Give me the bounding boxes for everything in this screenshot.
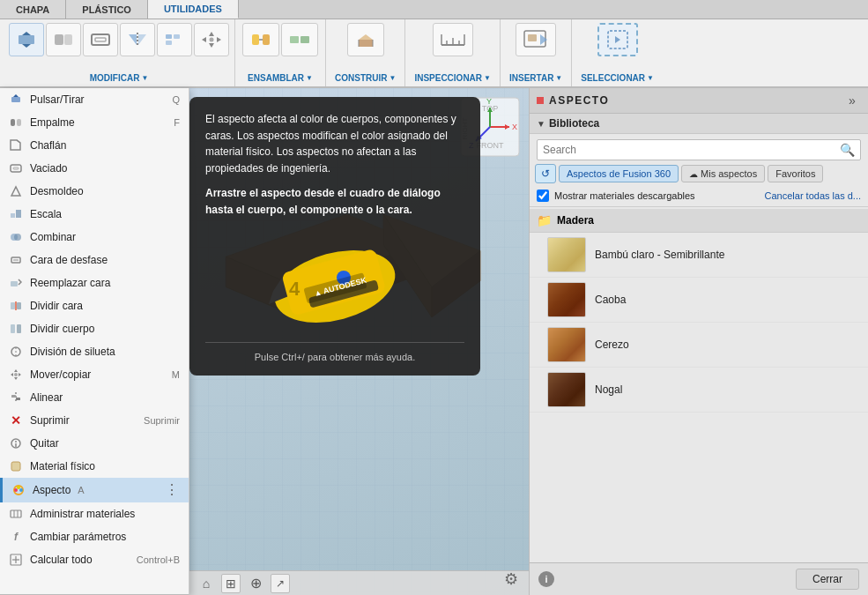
btn-push-pull[interactable] [9, 23, 44, 56]
toolbar-group-construir: CONSTRUIR ▼ [326, 19, 405, 86]
tab-fusion-360[interactable]: Aspectos de Fusion 360 [559, 165, 679, 182]
btn-fillet[interactable] [46, 23, 81, 56]
menu-item-suprimir[interactable]: ✕ Suprimir Suprimir [0, 409, 189, 432]
category-madera[interactable]: 📁 Madera [530, 209, 868, 233]
svg-marker-13 [209, 32, 214, 36]
cancel-link[interactable]: Cancelar todas las d... [765, 190, 861, 201]
library-section-header[interactable]: ▼ Biblioteca [530, 114, 868, 134]
btn-joint[interactable] [242, 23, 279, 56]
toolbar-label-construir[interactable]: CONSTRUIR ▼ [335, 73, 396, 83]
btn-measure[interactable] [433, 23, 473, 56]
category-name-madera: Madera [557, 214, 594, 227]
toolbar-label-ensamblar[interactable]: ENSAMBLAR ▼ [248, 73, 313, 83]
quit-icon [9, 436, 23, 450]
menu-item-division-silueta[interactable]: División de silueta [0, 340, 189, 363]
menu-item-vaciado[interactable]: Vaciado [0, 157, 189, 180]
tab-mis-aspectos[interactable]: ☁ Mis aspectos [681, 165, 765, 182]
svg-rect-44 [11, 165, 21, 172]
show-downloadable-checkbox[interactable] [537, 190, 549, 202]
tooltip-description: El aspecto afecta al color de cuerpos, c… [205, 111, 464, 176]
material-name-nogal: Nogal [595, 383, 622, 396]
align-icon [9, 390, 23, 405]
menu-item-empalme[interactable]: Empalme F [0, 111, 189, 134]
search-icon[interactable]: 🔍 [840, 143, 855, 157]
svg-marker-39 [13, 94, 19, 97]
panel-expand-btn[interactable]: » [843, 92, 861, 109]
split-face-icon [9, 299, 23, 313]
svg-rect-55 [17, 302, 21, 309]
chamfer-icon [9, 138, 23, 152]
menu-item-cambiar-parametros[interactable]: f Cambiar parámetros [0, 525, 189, 548]
toolbar-label-modificar[interactable]: MODIFICAR ▼ [90, 73, 149, 83]
menu-item-chaflan[interactable]: Chaflán [0, 134, 189, 157]
panel-close-dot [537, 97, 544, 104]
menu-item-pulsar[interactable]: Pulsar/Tirar Q [0, 88, 189, 111]
menu-item-aspecto[interactable]: Aspecto A ⋮ [0, 478, 189, 502]
arrows-btn[interactable]: ⊕ [246, 574, 265, 593]
svg-marker-64 [19, 373, 21, 376]
tooltip-hint-bar: Pulse Ctrl+/ para obtener más ayuda. [205, 342, 464, 365]
close-btn[interactable]: Cerrar [796, 569, 859, 590]
toolbar-label-inspeccionar[interactable]: INSPECCIONAR ▼ [414, 73, 491, 83]
tab-utilidades[interactable]: UTILIDADES [148, 0, 239, 19]
panel-footer: i Cerrar [530, 562, 868, 595]
svg-text:X: X [512, 123, 517, 131]
canvas-gear-icon[interactable]: ⚙ [501, 569, 522, 590]
tab-favoritos[interactable]: Favoritos [768, 165, 823, 182]
btn-mirror[interactable] [120, 23, 155, 56]
view-btn[interactable]: ⊞ [221, 574, 241, 593]
svg-rect-54 [11, 302, 15, 309]
btn-pattern[interactable] [157, 23, 192, 56]
menu-item-administrar-materiales[interactable]: Administrar materiales [0, 502, 189, 525]
menu-item-combinar[interactable]: Combinar [0, 226, 189, 249]
toolbar-label-seleccionar[interactable]: SELECCIONAR ▼ [581, 73, 654, 83]
btn-shell[interactable] [83, 23, 118, 56]
refresh-tab[interactable]: ↺ [535, 164, 556, 183]
btn-extrude[interactable] [347, 23, 384, 56]
material-item-nogal[interactable]: Nogal [530, 368, 868, 413]
expand-btn[interactable]: ↗ [271, 574, 290, 593]
silhouette-icon [9, 345, 23, 359]
home-btn[interactable]: ⌂ [197, 574, 216, 593]
material-item-caoba[interactable]: Caoba [530, 278, 868, 323]
menu-item-escala[interactable]: Escala [0, 203, 189, 226]
btn-move[interactable] [194, 23, 229, 56]
aspecto-more-btn[interactable]: ⋮ [164, 482, 180, 498]
canvas-area: TOP FRONT RIGHT X Y Z El aspecto afecta … [189, 88, 529, 595]
menu-item-reemplazar-cara[interactable]: Reemplazar cara [0, 271, 189, 294]
material-item-cerezo[interactable]: Cerezo [530, 323, 868, 368]
material-thumb-caoba [547, 282, 586, 317]
menu-item-cara-desfase[interactable]: Cara de desfase [0, 249, 189, 271]
svg-rect-58 [17, 324, 21, 333]
menu-item-alinear[interactable]: Alinear [0, 386, 189, 409]
menu-item-dividir-cara[interactable]: Dividir cara [0, 294, 189, 317]
info-btn[interactable]: i [538, 571, 554, 587]
folder-icon: 📁 [537, 213, 552, 227]
svg-point-70 [15, 441, 17, 443]
svg-marker-14 [209, 43, 214, 48]
menu-item-mover-copiar[interactable]: Mover/copiar M [0, 363, 189, 386]
material-item-bambu[interactable]: Bambú claro - Semibrillante [530, 233, 868, 278]
menu-item-quitar[interactable]: Quitar [0, 432, 189, 455]
menu-item-calcular-todo[interactable]: Calcular todo Control+B [0, 548, 189, 571]
tab-plastico[interactable]: PLÁSTICO [66, 0, 148, 19]
menu-item-desmoldeo[interactable]: Desmoldeo [0, 180, 189, 203]
btn-rigid-group[interactable] [281, 23, 318, 56]
delete-icon: ✕ [9, 413, 23, 428]
svg-rect-34 [528, 34, 537, 41]
svg-text:FRONT: FRONT [477, 141, 504, 150]
calc-icon [9, 553, 23, 567]
tab-chapa[interactable]: CHAPA [0, 0, 66, 19]
search-input[interactable] [543, 144, 840, 156]
materials-list: 📁 Madera Bambú claro - Semibrillante Cao… [530, 207, 868, 562]
svg-rect-40 [11, 119, 15, 126]
menu-item-dividir-cuerpo[interactable]: Dividir cuerpo [0, 317, 189, 340]
menu-item-material-fisico[interactable]: Material físico [0, 455, 189, 478]
svg-rect-10 [166, 34, 172, 39]
btn-insert[interactable] [516, 23, 556, 56]
btn-select[interactable] [597, 23, 638, 56]
svg-point-65 [14, 373, 18, 376]
toolbar-label-insertar[interactable]: INSERTAR ▼ [509, 73, 562, 83]
toolbar-group-ensamblar: ENSAMBLAR ▼ [235, 19, 326, 86]
svg-rect-67 [11, 395, 16, 398]
